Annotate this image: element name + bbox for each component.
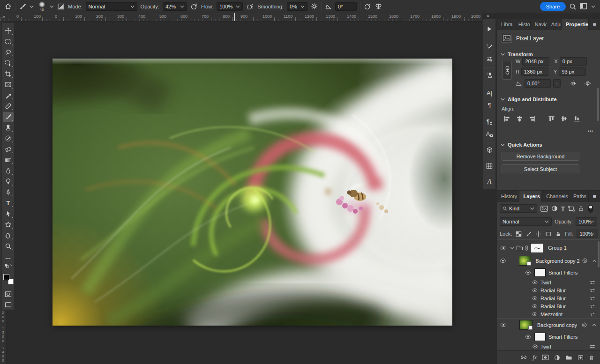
frame-tool[interactable] xyxy=(3,80,14,89)
collapse-filters-chevron-icon[interactable] xyxy=(592,324,596,327)
horizontal-ruler[interactable]: » 0 100 0 100 200 300 400 500 600 700 80… xyxy=(0,13,482,22)
smart-filter-indicator-icon[interactable] xyxy=(582,258,588,264)
color-swatches[interactable] xyxy=(3,274,14,284)
brush-preview[interactable]: 46 xyxy=(37,1,46,12)
pressure-size-icon[interactable] xyxy=(364,3,371,10)
filter-smart-objects-icon[interactable] xyxy=(578,205,584,212)
filter-blend-options-icon[interactable] xyxy=(589,296,595,301)
new-adjustment-layer-icon[interactable] xyxy=(554,355,560,361)
filter-blend-options-icon[interactable] xyxy=(589,304,595,309)
blur-tool[interactable] xyxy=(3,166,14,176)
smoothing-gear-icon[interactable] xyxy=(311,3,318,10)
pen-tool[interactable] xyxy=(3,187,14,197)
filter-blend-options-icon[interactable] xyxy=(589,344,595,349)
visibility-eye-icon[interactable] xyxy=(532,296,538,300)
layer-name[interactable]: Background copy xyxy=(537,322,577,328)
mode-select[interactable]: Normal xyxy=(86,2,137,11)
tab-properties[interactable]: Properties xyxy=(562,19,589,30)
workspace-chevron-icon[interactable] xyxy=(591,5,595,8)
paint-symmetry-butterfly-icon[interactable] xyxy=(375,2,382,10)
edit-toolbar-ellipsis[interactable]: ••• xyxy=(3,253,14,263)
smart-filters-row[interactable]: Smart Filters xyxy=(497,267,600,278)
group-mask-thumbnail[interactable] xyxy=(530,243,543,253)
collapse-filters-chevron-icon[interactable] xyxy=(592,260,596,262)
layers-scrollbar[interactable] xyxy=(598,241,600,267)
add-layer-mask-icon[interactable] xyxy=(542,355,549,360)
zoom-tool[interactable] xyxy=(3,241,14,251)
eraser-tool[interactable] xyxy=(3,144,14,154)
layers-opacity-field[interactable]: 100% xyxy=(576,217,597,226)
align-right-icon[interactable] xyxy=(529,115,536,122)
filter-row-radial-blur-3[interactable]: Radial Blur xyxy=(497,302,600,310)
brush-tool[interactable] xyxy=(3,112,14,122)
filter-row-twirl[interactable]: Twirl xyxy=(497,342,600,350)
brush-preset-chevron-icon[interactable] xyxy=(30,5,34,8)
lock-position-icon[interactable] xyxy=(535,231,541,237)
group-expand-chevron-icon[interactable] xyxy=(510,246,514,249)
filter-name[interactable]: Radial Blur xyxy=(540,304,566,309)
visibility-eye-icon[interactable] xyxy=(532,344,538,349)
tab-histogram[interactable]: Histo xyxy=(514,19,531,30)
smoothing-select[interactable]: 0% xyxy=(287,2,308,11)
brushes-panel-icon[interactable] xyxy=(484,54,495,64)
fill-field[interactable]: 100% xyxy=(577,230,598,238)
new-layer-icon[interactable] xyxy=(578,355,584,361)
brush-tool-icon[interactable] xyxy=(19,3,26,10)
marquee-tool[interactable] xyxy=(3,37,14,46)
filter-name[interactable]: Twirl xyxy=(540,344,551,349)
new-group-icon[interactable] xyxy=(565,355,572,360)
character-styles-panel-icon[interactable]: A xyxy=(484,129,495,139)
layer-row-background-copy[interactable]: Background copy xyxy=(497,319,600,331)
screen-mode-button[interactable] xyxy=(3,300,14,310)
filter-name[interactable]: Radial Blur xyxy=(540,296,566,301)
layer-thumbnail[interactable] xyxy=(519,320,532,330)
select-subject-button[interactable]: Select Subject xyxy=(502,164,579,173)
filter-kind-select[interactable]: Kind xyxy=(500,204,537,213)
x-field[interactable]: 0 px xyxy=(560,57,587,66)
smart-filter-indicator-icon[interactable] xyxy=(581,322,587,328)
home-icon[interactable] xyxy=(5,3,12,10)
filter-type-layers-icon[interactable]: T xyxy=(561,205,565,212)
lasso-tool[interactable] xyxy=(3,47,14,57)
flip-horizontal-icon[interactable] xyxy=(570,80,577,87)
path-selection-tool[interactable] xyxy=(3,209,14,219)
object-selection-tool[interactable] xyxy=(3,58,14,68)
dodge-tool[interactable] xyxy=(3,177,14,186)
smart-filters-row[interactable]: Smart Filters xyxy=(497,331,600,342)
visibility-eye-icon[interactable] xyxy=(524,270,532,275)
filter-row-mezzotint[interactable]: Mezzotint xyxy=(497,310,600,318)
align-top-icon[interactable] xyxy=(548,115,555,122)
paragraph-panel-icon[interactable]: ¶ xyxy=(484,100,495,110)
patterns-panel-icon[interactable] xyxy=(484,161,495,171)
filter-blend-options-icon[interactable] xyxy=(589,280,595,285)
quick-actions-header[interactable]: Quick Actions xyxy=(501,142,542,148)
align-section-header[interactable]: Align and Distribute xyxy=(501,97,557,102)
visibility-eye-icon[interactable] xyxy=(532,312,538,316)
foreground-color-swatch[interactable] xyxy=(3,274,9,280)
filter-name[interactable]: Twirl xyxy=(540,280,551,285)
align-center-horizontal-icon[interactable] xyxy=(516,115,523,122)
rotate-field[interactable]: 0,00° xyxy=(525,79,551,88)
canvas-document[interactable] xyxy=(52,59,452,326)
filter-name[interactable]: Radial Blur xyxy=(540,288,566,293)
tab-adjustments[interactable]: Adju xyxy=(547,19,562,30)
tab-history[interactable]: History xyxy=(497,191,519,202)
filter-name[interactable]: Mezzotint xyxy=(540,312,562,317)
type-tool[interactable]: T xyxy=(3,198,14,208)
link-dimensions-icon[interactable] xyxy=(502,61,512,80)
share-button[interactable]: Share xyxy=(540,2,566,11)
blend-mode-select[interactable]: Normal xyxy=(500,217,552,226)
move-tool[interactable] xyxy=(3,26,14,36)
gradient-tool[interactable] xyxy=(3,155,14,165)
remove-background-button[interactable]: Remove Background xyxy=(502,152,579,161)
smart-filter-mask-thumbnail[interactable] xyxy=(534,333,546,341)
visibility-eye-icon[interactable] xyxy=(500,322,507,327)
y-field[interactable]: 93 px xyxy=(559,67,586,76)
visibility-eye-icon[interactable] xyxy=(532,280,538,284)
panel-menu-icon[interactable]: ≡ xyxy=(589,191,600,202)
visibility-eye-icon[interactable] xyxy=(500,245,507,251)
character-panel-icon[interactable]: A| xyxy=(484,88,495,98)
swap-colors-icon[interactable] xyxy=(3,263,14,270)
clone-source-panel-icon[interactable] xyxy=(484,70,495,80)
layer-name[interactable]: Group 1 xyxy=(548,245,567,251)
